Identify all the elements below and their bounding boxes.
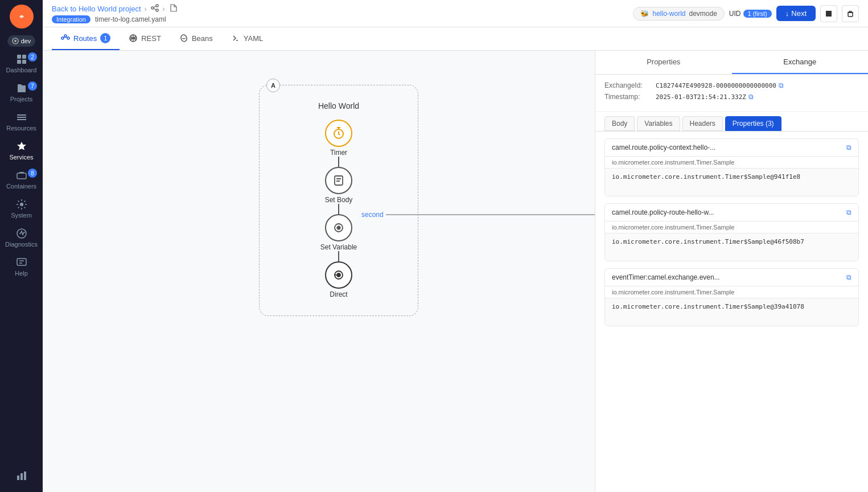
- sidebar-item-label: Projects: [10, 96, 33, 102]
- prop-copy-icon-1[interactable]: ⧉: [846, 208, 851, 216]
- sub-tab-body[interactable]: Body: [604, 116, 635, 131]
- prop-key-0: camel.route.policy-context:hello-...: [612, 144, 715, 151]
- dashboard-badge: 2: [28, 52, 37, 62]
- file-icon: [168, 3, 178, 14]
- topbar: Back to Hello World project › › Integrat…: [43, 0, 868, 27]
- sidebar-item-resources[interactable]: Resources: [0, 107, 43, 136]
- prop-copy-icon-2[interactable]: ⧉: [846, 273, 851, 281]
- panel-tab-exchange-label: Exchange: [783, 58, 816, 66]
- second-label: second: [361, 211, 384, 219]
- sidebar-dev-label: dev: [21, 38, 31, 44]
- svg-line-28: [65, 37, 67, 38]
- env-mode: devmode: [689, 10, 717, 18]
- main-wrapper: Back to Hello World project › › Integrat…: [43, 0, 868, 492]
- uid-label: UID: [729, 10, 741, 18]
- panel-tab-properties-label: Properties: [647, 58, 680, 66]
- sidebar-item-help[interactable]: Help: [0, 252, 43, 281]
- timer-icon: [325, 120, 352, 147]
- connector-3: [338, 251, 339, 261]
- stop-button[interactable]: [820, 5, 837, 22]
- svg-rect-22: [848, 13, 853, 17]
- sidebar-logo[interactable]: [10, 5, 34, 28]
- next-button[interactable]: ↓ Next: [776, 6, 816, 21]
- sidebar-item-label: Dashboard: [6, 67, 37, 73]
- svg-point-18: [156, 9, 158, 11]
- panel-tab-exchange[interactable]: Exchange: [732, 51, 869, 74]
- sidebar-item-label: Help: [15, 270, 28, 277]
- flow-start-badge: A: [266, 79, 280, 92]
- uid-value: 1 (first): [743, 10, 772, 18]
- prop-card-2-header: eventTimer:camel.exchange.even... ⧉: [605, 269, 858, 286]
- svg-line-20: [154, 9, 156, 10]
- svg-line-27: [64, 37, 65, 38]
- breadcrumb-link[interactable]: Back to Hello World project: [52, 5, 141, 13]
- prop-sub-0: io.micrometer.core.instrument.Timer.Samp…: [605, 157, 858, 169]
- env-name: hello-world: [652, 10, 685, 18]
- env-icon: 🐝: [640, 10, 649, 18]
- sub-tab-variables[interactable]: Variables: [637, 116, 680, 131]
- sub-tab-properties[interactable]: Properties (3): [725, 116, 781, 131]
- properties-list: camel.route.policy-context:hello-... ⧉ i…: [595, 132, 868, 492]
- tab-routes-label: Routes: [73, 34, 97, 43]
- tab-yaml-label: YAML: [244, 34, 263, 43]
- svg-rect-3: [17, 55, 21, 59]
- sidebar-item-projects[interactable]: 7 Projects: [0, 78, 43, 107]
- tab-beans[interactable]: Beans: [170, 28, 222, 50]
- svg-point-36: [337, 273, 340, 277]
- timestamp-copy-icon[interactable]: ⧉: [748, 93, 754, 101]
- prop-copy-icon-0[interactable]: ⧉: [846, 144, 851, 151]
- svg-line-19: [154, 6, 156, 7]
- svg-rect-7: [17, 117, 26, 118]
- node-set-variable[interactable]: Set Variable: [320, 214, 357, 251]
- canvas[interactable]: A Hello World Timer: [43, 51, 595, 492]
- node-direct[interactable]: Direct: [325, 261, 352, 298]
- set-body-label: Set Body: [325, 196, 353, 204]
- svg-point-25: [64, 35, 67, 37]
- breadcrumb-sep1: ›: [145, 5, 147, 13]
- sidebar-item-chart[interactable]: [0, 465, 43, 487]
- delete-button[interactable]: [842, 5, 859, 22]
- exchange-id-copy-icon[interactable]: ⧉: [779, 81, 784, 89]
- panel-tabs: Properties Exchange: [595, 51, 868, 75]
- next-button-label: Next: [791, 9, 807, 18]
- svg-rect-10: [17, 173, 26, 179]
- panel-meta: ExchangeId: C1827447E490928-000000000000…: [595, 75, 868, 112]
- tab-rest[interactable]: REST: [120, 28, 170, 50]
- containers-badge: 8: [28, 169, 37, 178]
- svg-rect-15: [24, 472, 26, 480]
- sub-tab-headers-label: Headers: [690, 120, 715, 128]
- direct-label: Direct: [330, 290, 347, 298]
- sidebar-item-dashboard[interactable]: 2 Dashboard: [0, 49, 43, 78]
- node-timer[interactable]: Timer: [325, 120, 352, 157]
- sub-tab-headers[interactable]: Headers: [682, 116, 723, 131]
- svg-point-34: [337, 227, 340, 229]
- panel-tab-properties[interactable]: Properties: [595, 51, 732, 74]
- sidebar-item-services[interactable]: Services: [0, 136, 43, 165]
- right-panel: Properties Exchange ExchangeId: C1827447…: [595, 51, 868, 492]
- connector-2: [338, 204, 339, 214]
- svg-rect-8: [17, 114, 26, 116]
- prop-value-2: io.micrometer.core.instrument.Timer$Samp…: [605, 298, 858, 326]
- sidebar-item-diagnostics[interactable]: Diagnostics: [0, 223, 43, 252]
- tab-routes[interactable]: Routes 1: [52, 27, 120, 50]
- env-badge: 🐝 hello-world devmode: [633, 7, 724, 20]
- prop-card-1: camel.route.policy-route-hello-w... ⧉ io…: [604, 203, 859, 261]
- node-set-body[interactable]: Set Body: [325, 167, 353, 204]
- svg-point-11: [20, 203, 23, 206]
- set-body-icon: [325, 167, 352, 194]
- tab-yaml[interactable]: YAML: [222, 28, 272, 50]
- topbar-left: Back to Hello World project › › Integrat…: [52, 3, 178, 23]
- sub-tab-body-label: Body: [612, 120, 627, 128]
- sidebar-item-containers[interactable]: 8 Containers: [0, 165, 43, 194]
- sidebar-item-system[interactable]: System: [0, 194, 43, 223]
- flow-icon: [150, 3, 159, 14]
- sidebar-item-label: Containers: [6, 183, 36, 190]
- sub-tab-variables-label: Variables: [644, 120, 672, 128]
- set-variable-label: Set Variable: [320, 243, 357, 251]
- sidebar-dev-button[interactable]: dev: [7, 35, 36, 47]
- timestamp-row: Timestamp: 2025-01-03T21:54:21.332Z ⧉: [604, 93, 859, 101]
- svg-point-2: [14, 40, 17, 42]
- sidebar-item-label: System: [11, 212, 32, 219]
- svg-point-24: [61, 37, 64, 39]
- content-area: A Hello World Timer: [43, 51, 868, 492]
